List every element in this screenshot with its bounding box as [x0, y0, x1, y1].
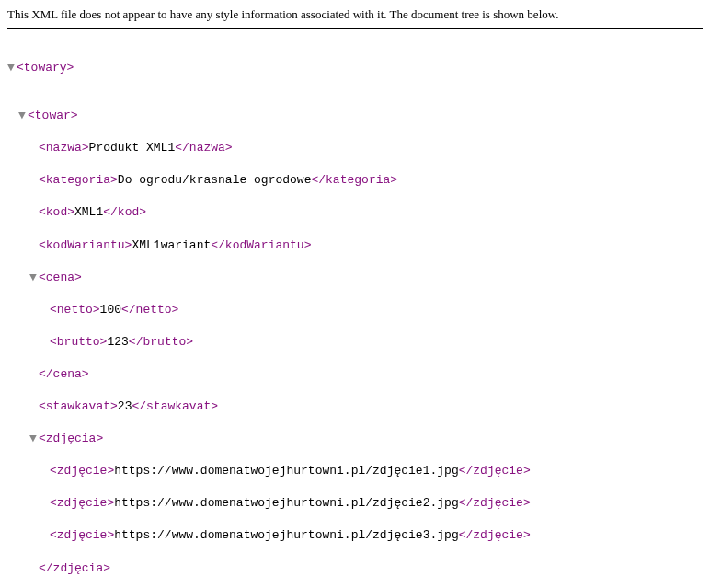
tag-zdjecie: <zdjęcie>https://www.domenatwojejhurtown…	[7, 495, 703, 512]
toggle-icon[interactable]: ▼	[7, 60, 17, 76]
tag-kodwariantu: <kodWariantu>XML1wariant</kodWariantu>	[7, 237, 703, 254]
tag-nazwa: <nazwa>Produkt XML1</nazwa>	[7, 140, 703, 156]
tag-netto: <netto>100</netto>	[7, 302, 703, 318]
tag-cena-open[interactable]: ▼<cena>	[7, 270, 703, 286]
style-notice: This XML file does not appear to have an…	[7, 7, 703, 29]
tag-cena-close: </cena>	[7, 366, 703, 383]
tag-towar-open[interactable]: ▼<towar>	[7, 108, 703, 124]
toggle-icon[interactable]: ▼	[18, 108, 28, 124]
tag-zdjecie: <zdjęcie>https://www.domenatwojejhurtown…	[7, 527, 703, 544]
tag-kategoria: <kategoria>Do ogrodu/krasnale ogrodowe</…	[7, 172, 703, 189]
tag-towary-open[interactable]: ▼<towary>	[7, 60, 703, 76]
tag-zdjecia-close: </zdjęcia>	[7, 560, 703, 577]
tag-zdjecia-open[interactable]: ▼<zdjęcia>	[7, 431, 703, 447]
tag-kod: <kod>XML1</kod>	[7, 204, 703, 221]
toggle-icon[interactable]: ▼	[29, 270, 39, 286]
xml-tree: ▼<towary> ▼<towar> <nazwa>Produkt XML1</…	[7, 34, 703, 588]
tag-stawkavat: <stawkavat>23</stawkavat>	[7, 398, 703, 415]
tag-brutto: <brutto>123</brutto>	[7, 334, 703, 351]
tag-zdjecie: <zdjęcie>https://www.domenatwojejhurtown…	[7, 463, 703, 479]
toggle-icon[interactable]: ▼	[29, 431, 39, 447]
